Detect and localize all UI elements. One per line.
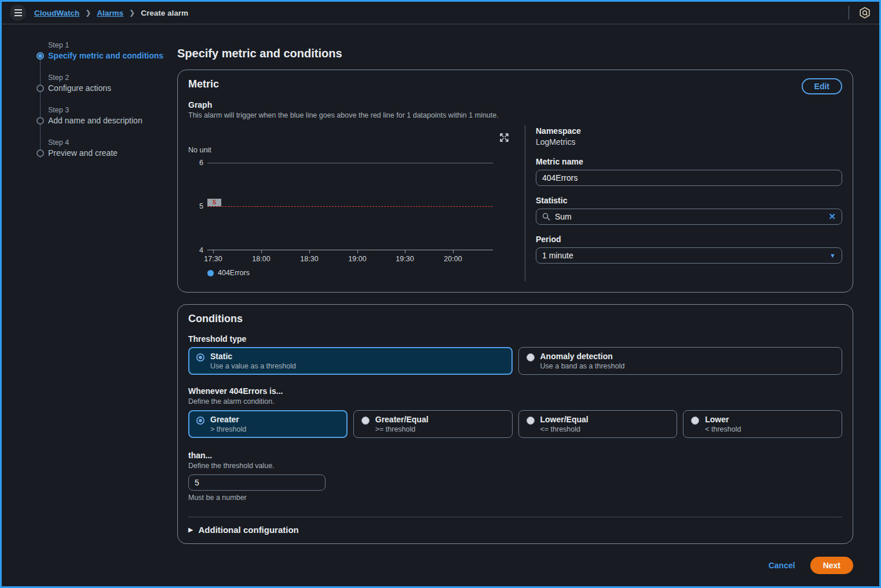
x-tick-mark: [261, 250, 262, 253]
top-navigation-bar: CloudWatch ❯ Alarms ❯ Create alarm: [2, 2, 879, 24]
statistic-label: Statistic: [536, 196, 842, 205]
operator-greater-option[interactable]: Greater > threshold: [188, 410, 348, 438]
threshold-type-static-option[interactable]: Static Use a value as a threshold: [188, 347, 513, 375]
option-title: Static: [210, 352, 296, 361]
step-label[interactable]: Add name and description: [48, 116, 173, 125]
period-value: 1 minute: [542, 251, 573, 260]
breadcrumb-alarms[interactable]: Alarms: [97, 9, 123, 17]
option-title: Lower/Equal: [540, 415, 588, 424]
operator-lower-option[interactable]: Lower < threshold: [683, 410, 842, 438]
x-tick-label: 18:30: [293, 255, 326, 263]
amazon-q-icon[interactable]: [858, 6, 871, 19]
step-number: Step 2: [48, 74, 173, 82]
radio-selected-icon: [196, 417, 204, 425]
threshold-hint: Must be a number: [188, 494, 842, 502]
y-axis-unit-label: No unit: [188, 146, 211, 154]
breadcrumb: CloudWatch ❯ Alarms ❯ Create alarm: [34, 9, 188, 17]
option-title: Anomaly detection: [540, 352, 625, 361]
hamburger-menu-icon[interactable]: [10, 5, 26, 21]
chevron-right-icon: ❯: [129, 9, 135, 17]
breadcrumb-cloudwatch[interactable]: CloudWatch: [34, 9, 79, 17]
option-description: >= threshold: [375, 425, 429, 433]
main-content: Specify metric and conditions Metric Edi…: [177, 24, 853, 574]
chart-legend[interactable]: 404Errors: [207, 269, 250, 277]
step-label[interactable]: Preview and create: [48, 148, 173, 158]
operator-lower-equal-option[interactable]: Lower/Equal <= threshold: [518, 410, 678, 438]
step-inactive-radio-icon: [36, 85, 44, 92]
radio-selected-icon: [196, 353, 204, 361]
option-title: Lower: [705, 415, 741, 424]
x-tick-label: 19:00: [341, 255, 374, 263]
radio-unselected-icon: [361, 417, 370, 425]
statistic-input[interactable]: Sum ✕: [536, 209, 842, 225]
metric-panel-title: Metric: [188, 78, 219, 90]
chevron-down-icon: ▼: [829, 252, 836, 259]
metric-name-value: 404Errors: [542, 173, 577, 182]
triangle-right-icon: ▶: [188, 526, 193, 534]
x-tick-mark: [357, 250, 358, 253]
y-tick-label: 6: [189, 159, 203, 167]
whenever-label: Whenever 404Errors is...: [188, 386, 842, 396]
edit-button[interactable]: Edit: [802, 78, 842, 94]
namespace-value: LogMetrics: [536, 137, 842, 147]
legend-series-dot: [207, 270, 214, 276]
step-active-radio-icon: [36, 52, 44, 60]
whenever-description: Define the alarm condition.: [188, 397, 842, 406]
radio-unselected-icon: [527, 417, 535, 425]
cancel-button[interactable]: Cancel: [769, 561, 795, 570]
next-button[interactable]: Next: [810, 557, 853, 574]
statistic-value: Sum: [555, 212, 572, 221]
x-tick-label: 17:30: [197, 255, 229, 263]
clear-statistic-icon[interactable]: ✕: [828, 211, 836, 222]
x-tick-mark: [405, 250, 405, 253]
x-axis-line: [207, 250, 493, 250]
expand-icon[interactable]: [500, 133, 509, 142]
radio-unselected-icon: [527, 353, 535, 361]
radio-unselected-icon: [691, 417, 699, 425]
plot-area: 6 5 4 5 17:30 18:00 18:30 19:00 19:30 20…: [207, 163, 493, 250]
additional-configuration-expander[interactable]: ▶ Additional configuration: [178, 517, 853, 543]
page-title: Specify metric and conditions: [177, 47, 853, 60]
option-description: <= threshold: [540, 425, 588, 433]
y-tick-label: 5: [189, 202, 203, 210]
footer-actions: Cancel Next: [177, 557, 853, 574]
threshold-type-anomaly-option[interactable]: Anomaly detection Use a band as a thresh…: [518, 347, 843, 375]
step-2-configure-actions[interactable]: Step 2 Configure actions: [36, 74, 173, 93]
gridline-6: [207, 163, 493, 163]
graph-description: This alarm will trigger when the blue li…: [188, 111, 842, 119]
x-tick-label: 18:00: [245, 255, 277, 263]
metric-panel: Metric Edit Graph This alarm will trigge…: [177, 70, 853, 293]
chevron-right-icon: ❯: [85, 9, 91, 17]
threshold-type-label: Threshold type: [188, 334, 842, 344]
step-number: Step 4: [48, 138, 173, 147]
threshold-value-badge: 5: [207, 199, 221, 206]
nav-divider: [849, 6, 849, 20]
step-3-add-name[interactable]: Step 3 Add name and description: [36, 106, 173, 125]
option-description: > threshold: [210, 425, 246, 433]
threshold-value-input[interactable]: 5: [188, 474, 326, 491]
y-tick-label: 4: [189, 246, 203, 254]
expander-label: Additional configuration: [198, 525, 298, 535]
threshold-value: 5: [195, 478, 199, 487]
step-label[interactable]: Specify metric and conditions: [48, 51, 173, 60]
step-4-preview-create[interactable]: Step 4 Preview and create: [36, 138, 173, 158]
x-tick-label: 20:00: [437, 255, 469, 263]
steps-sidebar: Step 1 Specify metric and conditions Ste…: [36, 41, 173, 171]
period-select[interactable]: 1 minute ▼: [536, 247, 842, 264]
option-description: < threshold: [705, 425, 741, 433]
period-label: Period: [536, 235, 842, 244]
option-description: Use a value as a threshold: [210, 362, 296, 370]
metric-name-input[interactable]: 404Errors: [536, 170, 842, 186]
metric-graph: No unit 6 5 4 5 17:30 18:00: [188, 123, 525, 284]
conditions-panel: Conditions Threshold type Static Use a v…: [177, 304, 853, 544]
operator-greater-equal-option[interactable]: Greater/Equal >= threshold: [353, 410, 513, 438]
step-1-specify-metric[interactable]: Step 1 Specify metric and conditions: [36, 41, 173, 60]
x-tick-mark: [453, 250, 454, 253]
than-description: Define the threshold value.: [188, 462, 842, 470]
namespace-label: Namespace: [536, 126, 842, 136]
than-label: than...: [188, 451, 842, 460]
step-label[interactable]: Configure actions: [48, 83, 173, 93]
graph-label: Graph: [188, 100, 842, 109]
legend-series-label: 404Errors: [218, 269, 250, 277]
x-tick-mark: [213, 250, 214, 253]
